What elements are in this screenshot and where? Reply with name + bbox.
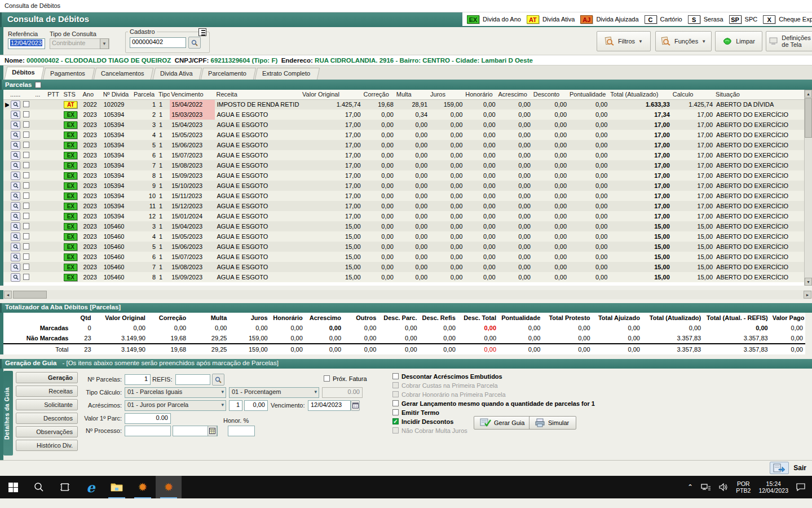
column-header[interactable]: Tipo	[157, 90, 170, 99]
detalhes-da-guia-tab[interactable]: Detalhes da Guia	[3, 371, 13, 456]
referencia-input[interactable]: 12/04/2023	[8, 38, 45, 49]
acrescimos-select[interactable]: 01 - Juros por Parcela	[125, 400, 226, 411]
limpar-button[interactable]: Limpar	[715, 31, 762, 51]
horizontal-scrollbar[interactable]: ◄ ►	[0, 290, 812, 299]
scroll-left-icon[interactable]: ◄	[4, 291, 12, 299]
row-detail-button[interactable]	[11, 172, 20, 180]
row-checkbox[interactable]	[23, 101, 29, 107]
tab-parcelamento[interactable]: Parcelamento	[201, 68, 256, 80]
scroll-down-icon[interactable]: ▼	[805, 278, 812, 286]
option-gerar-lan-amento-mesmo-quando-a-quantida[interactable]: Gerar Lançamento mesmo quando a quantida…	[392, 399, 595, 408]
row-detail-button[interactable]	[11, 131, 20, 139]
row-detail-button[interactable]	[11, 263, 20, 271]
scrollbar-thumb[interactable]	[805, 98, 812, 138]
funcoes-button[interactable]: Funções▼	[655, 31, 712, 51]
task-view-button[interactable]	[52, 476, 78, 498]
n-parcelas-input[interactable]: 1	[125, 374, 151, 385]
internet-explorer-button[interactable]: e	[78, 476, 104, 498]
cadastro-input[interactable]: 000000402	[130, 37, 186, 48]
row-detail-button[interactable]	[11, 273, 20, 282]
column-header[interactable]: Total (Atualizado)	[609, 90, 671, 99]
acrescimo-valor-input[interactable]: 0,00	[244, 400, 268, 411]
network-icon[interactable]	[701, 483, 711, 491]
column-header[interactable]: Valor Original	[301, 90, 362, 99]
row-detail-button[interactable]	[11, 212, 20, 221]
column-header[interactable]: Receita	[215, 90, 301, 99]
row-detail-button[interactable]	[11, 182, 20, 190]
row-checkbox[interactable]	[23, 243, 29, 249]
column-header[interactable]: Calculo	[672, 90, 714, 99]
column-header[interactable]: Situação	[714, 90, 804, 99]
row-detail-button[interactable]	[11, 202, 20, 211]
row-checkbox[interactable]	[23, 182, 29, 189]
row-checkbox[interactable]	[23, 152, 29, 158]
row-detail-button[interactable]	[11, 233, 20, 241]
column-header[interactable]: ...	[34, 90, 46, 99]
porcentagem-select[interactable]: 01 - Porcentagem	[229, 387, 319, 398]
guia-nav-hist-rico-div-[interactable]: Histórico Div.	[16, 440, 78, 451]
cadastro-search-button[interactable]	[188, 37, 201, 49]
honor-input[interactable]	[228, 426, 255, 436]
column-header[interactable]: Honorário	[464, 90, 497, 99]
row-detail-button[interactable]	[11, 100, 20, 109]
option-descontar-acr-scimos-embutidos[interactable]: Descontar Acréscimos Embutidos	[392, 372, 595, 380]
row-detail-button[interactable]	[11, 121, 20, 129]
column-header[interactable]: Desconto	[532, 90, 568, 99]
percentual-input[interactable]: 0.00	[322, 387, 363, 398]
vertical-scrollbar[interactable]: ▲ ▼	[804, 90, 812, 286]
tab-cancelamentos[interactable]: Cancelamentos	[94, 68, 154, 80]
column-header[interactable]	[21, 90, 34, 99]
column-header[interactable]: Correção	[363, 90, 395, 99]
column-header[interactable]: Acrescimo	[497, 90, 532, 99]
column-header[interactable]: Pontualidade	[568, 90, 609, 99]
clock[interactable]: 15:2412/04/2023	[758, 480, 788, 494]
valor-primeira-parcela-input[interactable]: 0.00	[125, 413, 171, 424]
row-checkbox[interactable]	[23, 132, 29, 138]
row-detail-button[interactable]	[11, 192, 20, 200]
calculator-button[interactable]	[208, 426, 217, 436]
guia-nav-gera-o[interactable]: Geração	[16, 372, 78, 383]
row-checkbox[interactable]	[23, 223, 29, 229]
speaker-icon[interactable]	[719, 483, 728, 491]
app-icon-1[interactable]: ✹	[130, 476, 156, 498]
row-checkbox[interactable]	[23, 233, 29, 239]
simular-button[interactable]: Simular	[529, 416, 576, 430]
column-header[interactable]: Ano	[82, 90, 102, 99]
scrollbar-thumb[interactable]	[13, 291, 47, 299]
definicoes-tela-button[interactable]: Definiçõesde Tela	[766, 31, 812, 51]
row-checkbox[interactable]	[23, 192, 29, 199]
guia-nav-solicitante[interactable]: Solicitante	[16, 399, 78, 410]
guia-nav-descontos[interactable]: Descontos	[16, 413, 78, 424]
file-explorer-button[interactable]	[104, 476, 130, 498]
acrescimo-qtd-input[interactable]: 1	[229, 400, 242, 411]
tray-chevron-icon[interactable]: ⌃	[687, 483, 693, 491]
scroll-up-icon[interactable]: ▲	[805, 90, 812, 98]
tab-extrato-completo[interactable]: Extrato Completo	[255, 68, 320, 80]
row-checkbox[interactable]	[23, 162, 29, 168]
column-header[interactable]: STS	[62, 90, 81, 99]
row-detail-button[interactable]	[11, 222, 20, 231]
guia-nav-receitas[interactable]: Receitas	[16, 386, 78, 397]
option-cobrar-honor-rio-na-primeira-parcela[interactable]: Cobrar Honorário na Primeira Parcela	[392, 390, 595, 398]
column-header[interactable]: ......	[9, 90, 21, 99]
vencimento-input[interactable]: 12/04/2023	[308, 400, 351, 411]
row-detail-button[interactable]	[11, 243, 20, 251]
column-header[interactable]: Multa	[395, 90, 429, 99]
taskbar-search-button[interactable]	[26, 476, 52, 498]
parcelas-select-all-checkbox[interactable]	[35, 82, 41, 88]
row-checkbox[interactable]	[23, 203, 29, 209]
gerar-guia-button[interactable]: Gerar Guia	[474, 416, 535, 430]
prox-fatura-checkbox[interactable]: Próx. Fatura	[324, 374, 367, 383]
tipo-consulta-dropdown-icon[interactable]: ▼	[100, 38, 109, 49]
row-checkbox[interactable]	[23, 142, 29, 148]
row-checkbox[interactable]	[23, 213, 29, 219]
column-header[interactable]: Vencimento	[170, 90, 215, 99]
option-cobrar-custas-na-primeira-parcela[interactable]: Cobrar Custas na Primeira Parcela	[392, 381, 595, 389]
row-checkbox[interactable]	[23, 172, 29, 178]
option-emitir-termo[interactable]: Emitir Termo	[392, 408, 595, 417]
notification-icon[interactable]	[796, 483, 805, 491]
refis-input[interactable]	[175, 374, 210, 385]
row-checkbox[interactable]	[23, 264, 29, 270]
tab-pagamentos[interactable]: Pagamentos	[43, 68, 95, 80]
row-detail-button[interactable]	[11, 161, 20, 170]
